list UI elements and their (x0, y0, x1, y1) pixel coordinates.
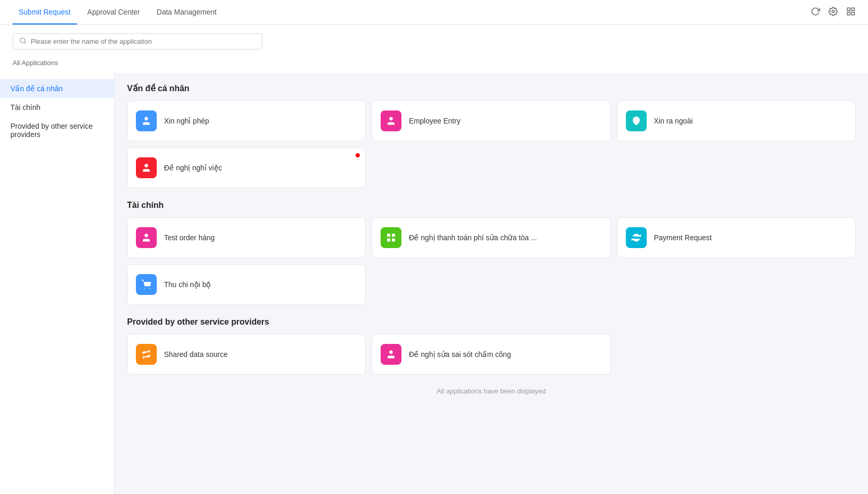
app-name-xin-ra-ngoai: Xin ra ngoài (654, 117, 693, 125)
all-apps-label: All Applications (0, 56, 868, 73)
section-title-provided-by-others: Provided by other service providers (127, 317, 856, 327)
app-name-shared-data-source: Shared data source (164, 350, 228, 359)
svg-rect-13 (392, 234, 395, 237)
svg-rect-4 (847, 12, 850, 15)
app-icon-de-nghi-sua-sai-sot (381, 344, 401, 365)
svg-point-11 (145, 234, 148, 238)
svg-rect-3 (852, 12, 854, 15)
section-van-de-ca-nhan: Vấn đề cá nhân Xin nghỉ phép Employee En… (127, 83, 856, 188)
app-name-test-order-hang: Test order hàng (164, 233, 215, 242)
app-card-de-nghi-sua-sai-sot[interactable]: Đề nghị sửa sai sót chấm công (372, 334, 610, 375)
svg-point-18 (389, 351, 393, 354)
app-card-xin-nghi-phep[interactable]: Xin nghỉ phép (127, 101, 366, 141)
nav-actions (811, 7, 856, 18)
app-icon-xin-ra-ngoai (626, 110, 647, 131)
svg-rect-2 (852, 8, 854, 10)
app-card-employee-entry[interactable]: Employee Entry (372, 101, 610, 141)
app-name-de-nghi-sua-sai-sot: Đề nghị sửa sai sót chấm công (409, 350, 511, 359)
svg-point-8 (389, 117, 393, 121)
svg-point-0 (832, 10, 835, 13)
app-icon-thu-chi-noi-bo (136, 274, 157, 295)
sidebar-item-tai-chinh[interactable]: Tài chính (0, 98, 114, 117)
tab-submit-request[interactable]: Submit Request (12, 0, 77, 24)
app-icon-xin-nghi-phep (136, 110, 157, 131)
app-card-de-nghi-thanh-toan[interactable]: Đề nghị thanh toán phí sửa chữa tòa ... (372, 217, 610, 258)
svg-rect-15 (387, 239, 391, 242)
app-icon-shared-data-source (136, 344, 157, 365)
app-card-de-nghi-nghi-viec[interactable]: Đề nghị nghỉ việc (127, 147, 366, 188)
tab-data-management[interactable]: Data Management (150, 0, 223, 24)
app-name-payment-request: Payment Request (654, 233, 712, 242)
app-icon-de-nghi-nghi-viec (136, 157, 157, 178)
top-navigation: Submit Request Approval Center Data Mana… (0, 0, 868, 25)
main-layout: Vấn đề cá nhân Tài chính Provided by oth… (0, 73, 868, 494)
app-icon-test-order-hang (136, 227, 157, 248)
svg-point-10 (145, 164, 148, 168)
app-icon-de-nghi-thanh-toan (381, 227, 401, 248)
app-icon-employee-entry (381, 110, 401, 131)
section-title-van-de-ca-nhan: Vấn đề cá nhân (127, 83, 856, 93)
sidebar: Vấn đề cá nhân Tài chính Provided by oth… (0, 73, 115, 494)
all-displayed-label: All applications have been displayed (127, 387, 856, 407)
tab-approval-center[interactable]: Approval Center (81, 0, 146, 24)
app-name-xin-nghi-phep: Xin nghỉ phép (164, 117, 209, 125)
app-name-employee-entry: Employee Entry (409, 117, 460, 125)
app-card-payment-request[interactable]: Payment Request (617, 217, 856, 258)
search-icon (19, 37, 27, 46)
app-icon-payment-request (626, 227, 647, 248)
app-name-thu-chi-noi-bo: Thu chi nội bộ (164, 280, 211, 289)
svg-point-16 (145, 288, 146, 289)
app-card-thu-chi-noi-bo[interactable]: Thu chi nội bộ (127, 264, 366, 305)
expand-icon[interactable] (846, 7, 856, 18)
sidebar-item-provided-by-others[interactable]: Provided by other service providers (0, 117, 114, 144)
content-area: Vấn đề cá nhân Xin nghỉ phép Employee En… (115, 73, 868, 494)
section-tai-chinh: Tài chính Test order hàng Đề nghị thanh … (127, 201, 856, 305)
app-card-shared-data-source[interactable]: Shared data source (127, 334, 366, 375)
cards-grid-tai-chinh: Test order hàng Đề nghị thanh toán phí s… (127, 217, 856, 305)
svg-rect-14 (392, 239, 395, 242)
app-name-de-nghi-thanh-toan: Đề nghị thanh toán phí sửa chữa tòa ... (409, 233, 537, 242)
red-dot-indicator (356, 153, 360, 157)
search-bar (0, 25, 868, 56)
svg-point-7 (145, 117, 148, 121)
refresh-icon[interactable] (811, 7, 820, 18)
svg-rect-1 (847, 8, 850, 10)
svg-rect-12 (387, 234, 391, 237)
cards-grid-van-de-ca-nhan: Xin nghỉ phép Employee Entry Xin ra ngoà… (127, 101, 856, 188)
section-provided-by-others: Provided by other service providers Shar… (127, 317, 856, 375)
settings-icon[interactable] (828, 7, 838, 18)
app-name-de-nghi-nghi-viec: Đề nghị nghỉ việc (164, 164, 222, 172)
svg-line-6 (24, 42, 26, 44)
sidebar-item-van-de-ca-nhan[interactable]: Vấn đề cá nhân (0, 79, 114, 98)
cards-grid-provided-by-others: Shared data source Đề nghị sửa sai sót c… (127, 334, 856, 375)
search-input-wrap[interactable] (12, 33, 262, 50)
nav-tabs: Submit Request Approval Center Data Mana… (12, 0, 223, 24)
svg-point-9 (635, 119, 637, 121)
app-card-xin-ra-ngoai[interactable]: Xin ra ngoài (617, 101, 856, 141)
svg-point-17 (149, 288, 150, 289)
section-title-tai-chinh: Tài chính (127, 201, 856, 210)
search-input[interactable] (31, 38, 256, 45)
app-card-test-order-hang[interactable]: Test order hàng (127, 217, 366, 258)
